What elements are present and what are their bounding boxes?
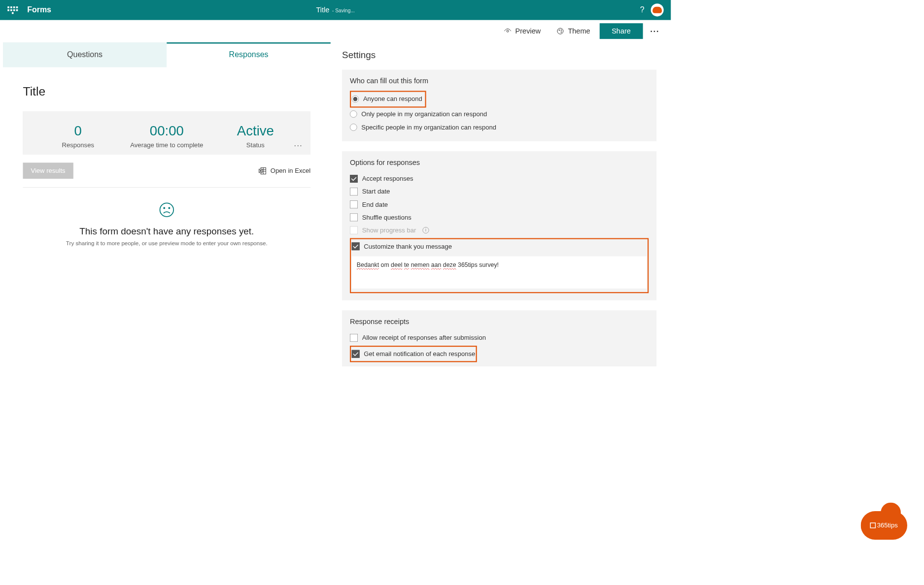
preview-label: Preview bbox=[515, 27, 541, 35]
stat-status-label: Status bbox=[211, 141, 300, 149]
highlight-customize: Customize thank you message Bedankt om d… bbox=[350, 238, 649, 293]
app-launcher-icon[interactable] bbox=[7, 4, 18, 15]
thankyou-message-input[interactable]: Bedankt om deel te nemen aan deze 365tip… bbox=[352, 257, 647, 289]
svg-point-12 bbox=[169, 207, 170, 208]
highlight-email: Get email notification of each response bbox=[350, 346, 477, 362]
checkbox-icon bbox=[350, 200, 358, 208]
receipts-block: Response receipts Allow receipt of respo… bbox=[342, 310, 656, 366]
empty-subtitle: Try sharing it to more people, or use pr… bbox=[23, 240, 310, 247]
checkbox-icon bbox=[350, 188, 358, 195]
check-accept[interactable]: Accept responses bbox=[350, 172, 649, 185]
check-shuffle[interactable]: Shuffle questions bbox=[350, 211, 649, 224]
highlight-anyone: Anyone can respond bbox=[350, 91, 426, 107]
check-customize[interactable]: Customize thank you message bbox=[352, 240, 647, 253]
options-title: Options for responses bbox=[350, 159, 649, 167]
svg-point-11 bbox=[164, 207, 165, 208]
checkbox-icon bbox=[350, 227, 358, 234]
app-name[interactable]: Forms bbox=[27, 5, 51, 15]
settings-panel: Settings Who can fill out this form Anyo… bbox=[331, 42, 671, 384]
radio-icon bbox=[352, 96, 359, 103]
document-title: Title - Saving... bbox=[316, 6, 354, 14]
top-bar: Forms Title - Saving... ? bbox=[0, 0, 671, 20]
svg-point-0 bbox=[507, 30, 509, 32]
cube-icon bbox=[870, 522, 876, 528]
who-can-respond-block: Who can fill out this form Anyone can re… bbox=[342, 70, 656, 141]
stat-responses-label: Responses bbox=[34, 141, 122, 149]
more-actions-button[interactable]: ··· bbox=[646, 26, 663, 36]
stats-more-button[interactable]: ··· bbox=[294, 141, 303, 151]
options-block: Options for responses Accept responses S… bbox=[342, 151, 656, 300]
checkbox-icon bbox=[352, 242, 360, 250]
svg-point-10 bbox=[160, 203, 174, 217]
sad-face-icon bbox=[159, 202, 174, 218]
checkbox-icon bbox=[350, 213, 358, 221]
svg-point-4 bbox=[561, 32, 562, 32]
check-start[interactable]: Start date bbox=[350, 185, 649, 198]
share-button[interactable]: Share bbox=[599, 23, 643, 39]
check-customize-label: Customize thank you message bbox=[364, 243, 452, 250]
radio-anyone-label: Anyone can respond bbox=[363, 96, 422, 103]
stats-box: 0 Responses 00:00 Average time to comple… bbox=[23, 111, 310, 154]
document-title-text[interactable]: Title bbox=[316, 6, 329, 14]
watermark-logo: 365tips bbox=[861, 511, 907, 540]
check-end[interactable]: End date bbox=[350, 198, 649, 211]
stat-avgtime-value: 00:00 bbox=[122, 123, 211, 138]
checkbox-icon bbox=[350, 334, 358, 342]
radio-org-label: Only people in my organization can respo… bbox=[361, 110, 487, 118]
check-email-notification[interactable]: Get email notification of each response bbox=[352, 348, 476, 360]
command-bar: Preview Theme Share ··· bbox=[0, 20, 671, 42]
radio-specific[interactable]: Specific people in my organization can r… bbox=[350, 121, 649, 134]
check-accept-label: Accept responses bbox=[362, 175, 413, 182]
stat-responses: 0 Responses bbox=[34, 123, 122, 149]
open-excel-label: Open in Excel bbox=[271, 167, 310, 174]
check-end-label: End date bbox=[362, 201, 388, 208]
stat-avgtime-label: Average time to complete bbox=[122, 141, 211, 149]
avatar[interactable] bbox=[651, 3, 664, 16]
excel-icon bbox=[258, 166, 267, 175]
empty-state: This form doesn't have any responses yet… bbox=[23, 202, 310, 247]
checkbox-icon bbox=[350, 175, 358, 183]
open-in-excel-button[interactable]: Open in Excel bbox=[258, 166, 310, 175]
radio-specific-label: Specific people in my organization can r… bbox=[361, 124, 496, 131]
receipts-title: Response receipts bbox=[350, 318, 649, 326]
radio-anyone[interactable]: Anyone can respond bbox=[352, 93, 422, 106]
tab-responses[interactable]: Responses bbox=[167, 42, 331, 67]
radio-icon bbox=[350, 124, 357, 131]
radio-org[interactable]: Only people in my organization can respo… bbox=[350, 108, 649, 121]
check-allow-receipt[interactable]: Allow receipt of responses after submiss… bbox=[350, 331, 649, 344]
who-title: Who can fill out this form bbox=[350, 77, 649, 85]
share-label: Share bbox=[612, 27, 631, 35]
palette-icon bbox=[556, 27, 564, 35]
stat-status: Active Status bbox=[211, 123, 300, 149]
check-progress: Show progress bar i bbox=[350, 224, 649, 236]
info-icon[interactable]: i bbox=[422, 227, 429, 233]
check-shuffle-label: Shuffle questions bbox=[362, 214, 411, 221]
empty-title: This form doesn't have any responses yet… bbox=[23, 226, 310, 237]
check-start-label: Start date bbox=[362, 188, 390, 195]
tab-questions[interactable]: Questions bbox=[3, 42, 167, 67]
form-title: Title bbox=[23, 84, 310, 98]
eye-icon bbox=[504, 27, 512, 35]
check-allow-label: Allow receipt of responses after submiss… bbox=[362, 334, 486, 341]
stat-responses-value: 0 bbox=[34, 123, 122, 138]
check-email-label: Get email notification of each response bbox=[364, 350, 475, 358]
logo-text: 365tips bbox=[877, 521, 898, 529]
radio-icon bbox=[350, 110, 357, 118]
settings-heading: Settings bbox=[342, 49, 656, 61]
stat-avgtime: 00:00 Average time to complete bbox=[122, 123, 211, 149]
preview-button[interactable]: Preview bbox=[497, 23, 547, 39]
check-progress-label: Show progress bar bbox=[362, 227, 416, 234]
save-status: - Saving... bbox=[332, 8, 355, 14]
svg-point-2 bbox=[559, 30, 560, 31]
svg-point-1 bbox=[557, 28, 563, 34]
theme-label: Theme bbox=[568, 27, 590, 35]
view-results-button[interactable]: View results bbox=[23, 162, 73, 179]
svg-point-3 bbox=[561, 30, 562, 31]
checkbox-icon bbox=[352, 350, 360, 358]
help-icon[interactable]: ? bbox=[640, 5, 645, 15]
form-tabs: Questions Responses bbox=[3, 42, 331, 67]
theme-button[interactable]: Theme bbox=[550, 23, 597, 39]
stat-status-value: Active bbox=[211, 123, 300, 138]
